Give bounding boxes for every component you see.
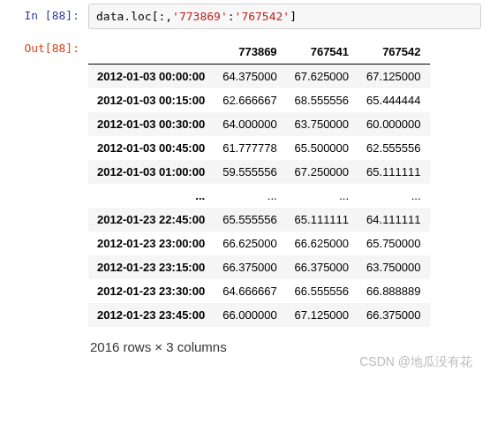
- table-row: 2012-01-23 23:00:0066.62500066.62500065.…: [88, 232, 430, 255]
- cell: 67.625000: [286, 65, 358, 89]
- cell: 59.555556: [214, 160, 285, 184]
- cell: 66.000000: [214, 303, 285, 327]
- cell: 63.750000: [286, 112, 358, 136]
- row-index: 2012-01-03 01:00:00: [88, 160, 214, 184]
- table-row: 2012-01-23 23:15:0066.37500066.37500063.…: [88, 255, 430, 279]
- input-cell: In [88]: data.loc[:,'773869':'767542']: [0, 0, 490, 33]
- dataframe-table: 773869767541767542 2012-01-03 00:00:0064…: [88, 40, 430, 327]
- output-cell: Out[88]: 773869767541767542 2012-01-03 0…: [0, 33, 490, 367]
- table-row: 2012-01-23 22:45:0065.55555665.11111164.…: [88, 208, 430, 232]
- column-header: 767541: [286, 40, 358, 65]
- code-string: '767542': [235, 10, 290, 23]
- row-index: 2012-01-23 22:45:00: [88, 208, 214, 232]
- cell: 65.111111: [358, 160, 429, 184]
- code-identifier: data: [96, 10, 124, 23]
- cell: 61.777778: [214, 136, 285, 160]
- cell: 66.375000: [214, 255, 285, 279]
- cell: 64.111111: [358, 208, 429, 232]
- watermark: CSDN @地瓜没有花: [0, 351, 490, 377]
- ellipsis-cell: ...: [358, 184, 429, 208]
- ellipsis-cell: ...: [286, 184, 358, 208]
- cell: 62.555556: [358, 136, 429, 160]
- cell: 64.375000: [214, 65, 285, 89]
- ellipsis-cell: ...: [214, 184, 285, 208]
- cell: 63.750000: [358, 255, 429, 279]
- cell: 66.625000: [214, 232, 285, 255]
- table-row: 2012-01-03 00:30:0064.00000063.75000060.…: [88, 112, 430, 136]
- cell: 67.125000: [286, 303, 358, 327]
- code-punct: ,: [165, 10, 172, 23]
- row-index: 2012-01-03 00:15:00: [88, 88, 214, 112]
- ellipsis-row: ............: [88, 184, 430, 208]
- column-header: 773869: [214, 40, 285, 65]
- row-index: 2012-01-23 23:30:00: [88, 279, 214, 303]
- code-input[interactable]: data.loc[:,'773869':'767542']: [88, 4, 481, 29]
- table-row: 2012-01-23 23:45:0066.00000067.12500066.…: [88, 303, 430, 327]
- row-index: 2012-01-03 00:45:00: [88, 136, 214, 160]
- header-blank: [88, 40, 214, 65]
- column-header: 767542: [358, 40, 429, 65]
- row-index: 2012-01-23 23:45:00: [88, 303, 214, 327]
- table-row: 2012-01-23 23:30:0064.66666766.55555666.…: [88, 279, 430, 303]
- header-row: 773869767541767542: [88, 40, 430, 65]
- code-identifier: loc: [131, 10, 151, 23]
- cell: 66.555556: [286, 279, 358, 303]
- table-row: 2012-01-03 01:00:0059.55555667.25000065.…: [88, 160, 430, 184]
- table-body: 2012-01-03 00:00:0064.37500067.62500067.…: [88, 65, 430, 328]
- cell: 60.000000: [358, 112, 429, 136]
- ellipsis-cell: ...: [88, 184, 214, 208]
- cell: 68.555556: [286, 88, 358, 112]
- cell: 65.444444: [358, 88, 429, 112]
- table-row: 2012-01-03 00:45:0061.77777865.50000062.…: [88, 136, 430, 160]
- cell: 66.375000: [286, 255, 358, 279]
- cell: 65.750000: [358, 232, 429, 255]
- output-area: 773869767541767542 2012-01-03 00:00:0064…: [88, 36, 490, 363]
- table-row: 2012-01-03 00:15:0062.66666768.55555665.…: [88, 88, 430, 112]
- code-punct: .: [124, 10, 131, 23]
- cell: 65.500000: [286, 136, 358, 160]
- cell: 64.666667: [214, 279, 285, 303]
- row-index: 2012-01-23 23:15:00: [88, 255, 214, 279]
- cell: 62.666667: [214, 88, 285, 112]
- cell: 65.111111: [286, 208, 358, 232]
- cell: 66.625000: [286, 232, 358, 255]
- cell: 67.250000: [286, 160, 358, 184]
- row-index: 2012-01-23 23:00:00: [88, 232, 214, 255]
- code-punct: ]: [290, 10, 297, 23]
- cell: 67.125000: [358, 65, 429, 89]
- output-prompt: Out[88]:: [0, 36, 88, 55]
- row-index: 2012-01-03 00:00:00: [88, 65, 214, 89]
- cell: 64.000000: [214, 112, 285, 136]
- table-row: 2012-01-03 00:00:0064.37500067.62500067.…: [88, 65, 430, 89]
- row-index: 2012-01-03 00:30:00: [88, 112, 214, 136]
- cell: 66.888889: [358, 279, 429, 303]
- code-punct: :: [228, 10, 235, 23]
- cell: 66.375000: [358, 303, 429, 327]
- input-prompt: In [88]:: [0, 4, 88, 22]
- cell: 65.555556: [214, 208, 285, 232]
- code-string: '773869': [172, 10, 228, 23]
